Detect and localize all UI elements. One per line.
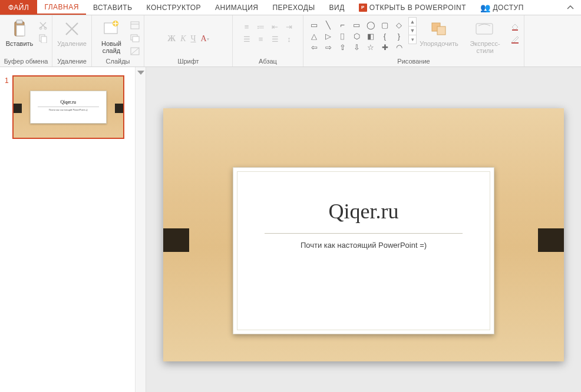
slide-duplicate-button[interactable] [130, 33, 140, 44]
tab-design[interactable]: КОНСТРУКТОР [140, 0, 208, 15]
pen-outline-icon [510, 35, 520, 44]
shape-line-icon[interactable]: ╲ [322, 20, 334, 29]
hide-slide-icon [130, 47, 140, 55]
thumbnail-subtitle: Почти как настоящий PowerPoint =) [31, 108, 106, 111]
delete-button[interactable]: Удаление [56, 18, 88, 57]
shape-arrow-down-icon[interactable]: ⇩ [351, 42, 362, 52]
shape-right-brace-icon[interactable]: } [393, 31, 405, 41]
indent-decrease-button[interactable]: ⇤ [269, 21, 281, 32]
shape-arrow-left-icon[interactable]: ⇦ [308, 42, 320, 52]
workspace: 1 Qiqer.ru Почти как настоящий PowerPoin… [0, 67, 581, 392]
bullets-button[interactable]: ≡ [241, 21, 253, 32]
vertical-ruler [136, 67, 146, 392]
underline-button[interactable]: Ч [190, 34, 196, 44]
shape-left-brace-icon[interactable]: { [379, 31, 391, 41]
new-slide-button[interactable]: Новый слайд [95, 18, 127, 57]
group-font-label: Шрифт [177, 57, 199, 65]
group-delete: Удаление Удаление [52, 15, 92, 67]
bold-button[interactable]: Ж [167, 34, 176, 44]
svg-rect-6 [41, 36, 47, 43]
paste-button[interactable]: Вставить [4, 18, 35, 57]
slide-editor-area[interactable]: Qiqer.ru Почти как настоящий PowerPoint … [136, 67, 581, 392]
tab-open-in-powerpoint[interactable]: P ОТКРЫТЬ В POWERPOINT [352, 0, 473, 15]
cut-button[interactable] [38, 20, 48, 31]
share-icon: 👥 [480, 3, 491, 12]
shape-star-icon[interactable]: ☆ [365, 42, 377, 52]
quick-styles-icon [475, 19, 495, 39]
group-paragraph: ≡ ≔ ⇤ ⇥ ☰ ≡ ☰ ↕ Абзац [233, 15, 303, 67]
shape-arrow-right-icon[interactable]: ⇨ [322, 42, 334, 52]
shape-outline-button[interactable] [510, 34, 520, 45]
clipboard-icon [11, 19, 28, 39]
delete-label: Удаление [57, 40, 87, 47]
italic-button[interactable]: К [180, 34, 186, 44]
shape-connector-icon[interactable]: ⌐ [336, 20, 348, 29]
shape-cylinder-icon[interactable]: ⌷ [336, 31, 348, 41]
duplicate-slide-icon [130, 34, 140, 42]
quick-styles-button[interactable]: Экспресс-стили [461, 18, 509, 57]
quick-styles-label: Экспресс-стили [461, 40, 509, 54]
group-delete-label: Удаление [57, 57, 87, 65]
ruler-marker-icon [137, 67, 144, 75]
tab-share[interactable]: 👥 ДОСТУП [473, 0, 531, 15]
tab-strip: ФАЙЛ ГЛАВНАЯ ВСТАВИТЬ КОНСТРУКТОР АНИМАЦ… [0, 0, 581, 15]
tab-file[interactable]: ФАЙЛ [0, 0, 37, 15]
numbering-button[interactable]: ≔ [255, 21, 267, 32]
gallery-expand[interactable]: ▾ [408, 35, 417, 44]
powerpoint-icon: P [359, 4, 367, 12]
svg-rect-16 [476, 24, 493, 34]
tab-animation[interactable]: АНИМАЦИЯ [208, 0, 265, 15]
scissors-icon [38, 21, 48, 30]
shapes-gallery[interactable]: ▭ ╲ ⌐ ▭ ◯ ▢ ◇ △ ▷ ⌷ ⬡ ◧ { } ⇦ ⇨ ⇧ [307, 18, 406, 54]
shape-cube-icon[interactable]: ◧ [365, 31, 377, 41]
slide-subtitle[interactable]: Почти как настоящий PowerPoint =) [237, 241, 490, 250]
slide-title[interactable]: Qiqer.ru [237, 172, 490, 224]
shape-fill-button[interactable] [510, 21, 520, 32]
gallery-scroll-down[interactable]: ▼ [408, 26, 417, 35]
paste-label: Вставить [6, 40, 34, 47]
tab-share-label: ДОСТУП [493, 4, 523, 12]
slide-layout-button[interactable] [130, 20, 140, 31]
shape-rectangle-icon[interactable]: ▭ [351, 20, 362, 29]
align-left-button[interactable]: ☰ [241, 34, 253, 44]
shapes-gallery-scroll: ▲ ▼ ▾ [408, 18, 417, 44]
shape-plus-icon[interactable]: ✚ [379, 42, 391, 52]
shape-arrow-up-icon[interactable]: ⇧ [336, 42, 348, 52]
shape-textbox-icon[interactable]: ▭ [308, 20, 320, 29]
font-color-button[interactable]: А▾ [201, 34, 209, 44]
svg-rect-2 [16, 25, 25, 36]
shape-right-arrow-icon[interactable]: ▷ [322, 31, 334, 41]
shape-rounded-rect-icon[interactable]: ▢ [379, 20, 391, 29]
group-drawing-label: Рисование [397, 57, 430, 65]
tab-view[interactable]: ВИД [322, 0, 352, 15]
ribbon-collapse-button[interactable] [560, 0, 581, 15]
group-clipboard: Вставить Буфер обмена [0, 15, 52, 67]
thumbnail-slide-1[interactable]: Qiqer.ru Почти как настоящий PowerPoint … [12, 75, 124, 139]
gallery-scroll-up[interactable]: ▲ [408, 17, 417, 26]
tab-transitions[interactable]: ПЕРЕХОДЫ [265, 0, 322, 15]
slide-hide-button[interactable] [130, 46, 140, 57]
tab-insert[interactable]: ВСТАВИТЬ [86, 0, 140, 15]
indent-increase-button[interactable]: ⇥ [283, 21, 295, 32]
shape-triangle-icon[interactable]: △ [308, 31, 320, 41]
ribbon: Вставить Буфер обмена Удаление Удален [0, 15, 581, 67]
svg-rect-18 [511, 42, 519, 44]
shape-callout-icon[interactable]: ◇ [393, 20, 405, 29]
copy-button[interactable] [38, 33, 48, 44]
chevron-up-icon [567, 4, 574, 11]
svg-rect-1 [16, 20, 22, 24]
layout-icon [130, 21, 140, 29]
svg-rect-17 [512, 29, 518, 31]
slide-canvas[interactable]: Qiqer.ru Почти как настоящий PowerPoint … [163, 108, 564, 361]
group-slides: Новый слайд Слайды [92, 15, 144, 67]
shape-oval-icon[interactable]: ◯ [365, 20, 377, 29]
shape-cloud-icon[interactable]: ◠ [393, 42, 405, 52]
align-center-button[interactable]: ≡ [255, 34, 267, 44]
new-slide-icon [103, 19, 120, 39]
text-direction-button[interactable]: ↕ [283, 34, 295, 44]
shape-hexagon-icon[interactable]: ⬡ [351, 31, 362, 41]
align-right-button[interactable]: ☰ [269, 34, 281, 44]
delete-x-icon [64, 19, 80, 39]
arrange-button[interactable]: Упорядочить [418, 18, 460, 57]
tab-home[interactable]: ГЛАВНАЯ [37, 0, 86, 15]
